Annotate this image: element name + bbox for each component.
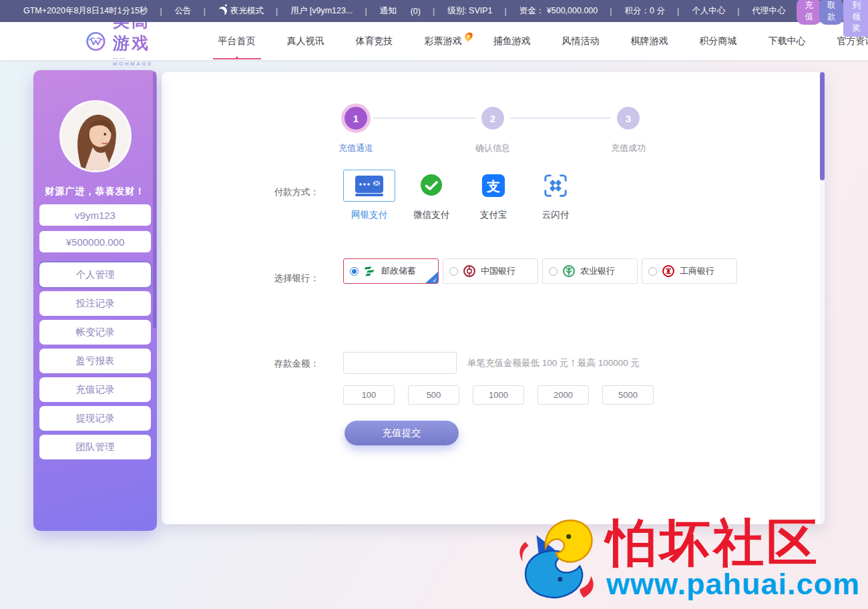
quick-amount-2000[interactable]: 2000 — [537, 385, 589, 405]
boc-bank-icon — [463, 264, 476, 278]
avatar-image — [61, 102, 130, 170]
quick-amount-500[interactable]: 500 — [408, 385, 459, 405]
nav-item-home[interactable]: 平台首页 — [218, 35, 256, 47]
deposit-amount-input[interactable] — [343, 352, 457, 374]
radio-selected-icon — [350, 267, 359, 276]
sidebar-item-account-changes[interactable]: 帐变记录 — [39, 320, 151, 345]
sidebar-item-recharge-records[interactable]: 充值记录 — [39, 377, 151, 402]
nav-item-lottery[interactable]: 彩票游戏 — [425, 35, 462, 47]
active-caret — [234, 53, 240, 59]
bank-icbc[interactable]: 工商银行 — [642, 258, 737, 284]
balance-display: ¥500000.000 — [39, 231, 151, 252]
nav-item-events[interactable]: 风情活动 — [562, 35, 600, 47]
radio-icon — [648, 267, 657, 276]
payment-quickpass[interactable]: 云闪付 — [529, 170, 582, 221]
step-3-label: 充值成功 — [611, 142, 646, 154]
greeting-text: 财源广进，恭喜发财！ — [33, 186, 157, 198]
bank-select-label: 选择银行： — [186, 272, 319, 284]
step-connector — [510, 118, 611, 119]
notice-link[interactable]: 通知 (0) — [359, 5, 427, 17]
notice-count: (0) — [411, 7, 421, 16]
step-2-label: 确认信息 — [475, 142, 510, 154]
payment-wechat[interactable]: 微信支付 — [405, 170, 457, 221]
server-time: GTM+2020年8月8日14时1分15秒 — [17, 5, 154, 17]
bank-psbc[interactable]: 邮政储蓄 — [343, 258, 439, 284]
avatar[interactable] — [61, 102, 130, 170]
site-watermark: 怕坏社区 www.pahuai.com — [517, 513, 860, 605]
nav-item-points-mall[interactable]: 积分商城 — [700, 35, 737, 47]
nav-item-sports[interactable]: 体育竞技 — [356, 35, 393, 47]
agent-center-link[interactable]: 代理中心 — [731, 5, 791, 17]
top-status-bar: GTM+2020年8月8日14时1分15秒 公告 夜光模式 用户 [v9ym12… — [0, 0, 868, 22]
bank-abc[interactable]: 农业银行 — [542, 258, 638, 284]
recharge-panel: 1 2 3 充值通道 确认信息 充值成功 付款方式： 网银支付 — [162, 72, 825, 524]
twin-fish-logo-icon — [517, 513, 596, 605]
logo-wing-icon — [85, 26, 106, 57]
username-display: v9ym123 — [39, 204, 151, 226]
withdraw-pill-button[interactable]: 取款 — [819, 0, 844, 25]
payment-online-banking[interactable]: 网银支付 — [343, 170, 395, 221]
recharge-submit-button[interactable]: 充值提交 — [345, 421, 459, 445]
icbc-bank-icon — [662, 264, 675, 278]
radio-icon — [549, 267, 558, 276]
nav-item-boardgames[interactable]: 棋牌游戏 — [631, 35, 668, 47]
quick-amount-group: 100 500 1000 2000 5000 — [343, 385, 654, 405]
alipay-icon: 支 — [481, 173, 506, 198]
sidebar-item-team[interactable]: 团队管理 — [39, 435, 151, 459]
sidebar-item-personal[interactable]: 个人管理 — [39, 262, 151, 287]
points-amount: 积分：0 分 — [604, 5, 671, 17]
nav-menu: 平台首页 真人视讯 体育竞技 彩票游戏 捕鱼游戏 风情活动 棋牌游戏 积分商城 … — [218, 35, 868, 47]
recharge-pill-button[interactable]: 充值 — [797, 0, 821, 25]
funds-amount: 资金： ¥500,000.000 — [499, 5, 604, 17]
panel-scrollbar-thumb[interactable] — [820, 72, 825, 180]
watermark-url: www.pahuai.com — [606, 568, 860, 600]
step-connector — [373, 118, 475, 119]
quick-amount-100[interactable]: 100 — [343, 385, 395, 405]
sidebar-scrollbar[interactable] — [153, 71, 156, 329]
abc-bank-icon — [562, 264, 576, 278]
user-sidebar: 财源广进，恭喜发财！ v9ym123 ¥500000.000 个人管理 投注记录… — [33, 70, 157, 531]
user-label[interactable]: 用户 [v9ym123... — [270, 5, 359, 17]
nav-item-download[interactable]: 下载中心 — [769, 35, 806, 47]
step-1-label: 充值通道 — [339, 142, 373, 154]
sign-in-reward-button[interactable]: 签到领奖 — [843, 0, 868, 37]
nav-item-live[interactable]: 真人视讯 — [287, 35, 324, 47]
step-1-circle: 1 — [345, 107, 367, 130]
sidebar-item-withdraw-records[interactable]: 提现记录 — [39, 406, 151, 431]
payment-method-group: 网银支付 微信支付 支 支付宝 — [343, 170, 582, 221]
night-mode-toggle[interactable]: 夜光模式 — [198, 5, 270, 17]
nav-item-news[interactable]: 官方资讯 — [837, 35, 868, 47]
payment-alipay[interactable]: 支 支付宝 — [467, 170, 519, 221]
main-nav: 美高游戏 —— MGHMAGE —— 平台首页 真人视讯 体育竞技 彩票游戏 捕… — [0, 22, 868, 60]
step-3-circle: 3 — [617, 107, 640, 130]
payment-method-label: 付款方式： — [186, 186, 319, 198]
watermark-title: 怕坏社区 — [606, 518, 820, 568]
bank-boc[interactable]: 中国银行 — [443, 258, 538, 284]
amount-limit-hint: 单笔充值金额最低 100 元！最高 100000 元 — [467, 357, 640, 369]
bank-card-icon — [353, 174, 385, 198]
qr-scan-icon — [543, 173, 568, 198]
wechat-pay-icon — [418, 172, 445, 199]
hot-flame-icon — [463, 31, 473, 41]
logo-subtitle: —— MGHMAGE —— — [113, 55, 164, 73]
sidebar-item-bet-records[interactable]: 投注记录 — [39, 291, 151, 316]
svg-text:支: 支 — [486, 179, 500, 194]
user-level: 级别: SVIP1 — [427, 5, 499, 17]
announcement-link[interactable]: 公告 — [154, 5, 198, 17]
deposit-amount-label: 存款金额： — [186, 358, 319, 370]
step-2-circle: 2 — [481, 107, 504, 130]
sidebar-menu: 个人管理 投注记录 帐变记录 盈亏报表 充值记录 提现记录 团队管理 — [39, 262, 151, 459]
nav-item-fishing[interactable]: 捕鱼游戏 — [493, 35, 531, 47]
quick-amount-5000[interactable]: 5000 — [602, 385, 654, 405]
psbc-bank-icon — [363, 264, 377, 278]
quick-amount-1000[interactable]: 1000 — [473, 385, 524, 405]
bank-group: 邮政储蓄 中国银行 农业银行 工商银行 — [343, 258, 757, 284]
moon-icon — [218, 6, 228, 17]
radio-icon — [449, 267, 458, 276]
sidebar-item-profit-report[interactable]: 盈亏报表 — [39, 349, 151, 373]
personal-center-link[interactable]: 个人中心 — [671, 5, 731, 17]
